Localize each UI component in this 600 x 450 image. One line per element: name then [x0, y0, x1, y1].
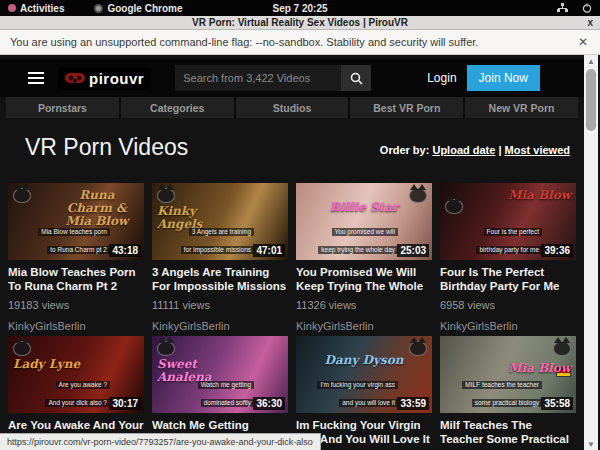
warning-infobar: You are using an unsupported command-lin… [0, 30, 600, 55]
system-clock[interactable]: Sep 7 20:25 [0, 3, 600, 14]
site-header: pirouvr Login Join Now [0, 59, 584, 97]
page-viewport: pirouvr Login Join Now Pornstars Categor… [0, 55, 600, 450]
video-card[interactable]: Mia Blow MILF teaches the teachersome pr… [440, 336, 576, 450]
thumbnail-overlay-name: Dany Dyson [296, 354, 432, 367]
video-card[interactable]: Kinky Angels 3 Angels are trainingfor im… [152, 183, 288, 332]
screen: Activities Google Chrome Sep 7 20:25 VR … [0, 0, 600, 450]
order-by-label: Order by: [380, 144, 430, 156]
scrollbar[interactable]: ▲ ▼ [584, 55, 598, 450]
scrollbar-thumb[interactable] [586, 69, 596, 131]
studio-cat-logo-icon [157, 341, 175, 356]
nav-new-vr-porn[interactable]: New VR Porn [465, 97, 578, 118]
power-icon[interactable] [582, 3, 592, 13]
video-thumbnail[interactable]: Lady Lyne Are you awake ?And your dick a… [8, 336, 144, 413]
duration-badge: 47:01 [253, 244, 285, 257]
network-icon[interactable] [557, 3, 568, 13]
thumbnail-caption: Four is the perfectbirthday party for me [444, 220, 542, 256]
nav-pornstars[interactable]: Pornstars [6, 97, 119, 118]
nav-categories[interactable]: Categories [121, 97, 234, 118]
window-close-icon[interactable]: x [587, 17, 593, 28]
duration-badge: 39:36 [541, 244, 573, 257]
search-icon [350, 72, 363, 85]
status-url: https://pirouvr.com/vr-porn-video/779325… [7, 437, 313, 447]
video-title[interactable]: 3 Angels Are Training For Impossible Mis… [152, 265, 288, 293]
thumbnail-caption: Watch me gettingdominated softly [156, 373, 254, 409]
studio-link[interactable]: KinkyGirlsBerlin [152, 320, 288, 332]
studio-cat-logo-icon [157, 188, 175, 203]
order-most-viewed-link[interactable]: Most viewed [505, 144, 570, 156]
warning-message: You are using an unsupported command-lin… [10, 36, 478, 48]
studio-link[interactable]: KinkyGirlsBerlin [8, 320, 144, 332]
video-card[interactable]: Mia Blow Four is the perfectbirthday par… [440, 183, 576, 332]
video-title[interactable]: Milf Teaches The Teacher Some Practical … [440, 418, 576, 446]
duration-badge: 36:30 [253, 397, 285, 410]
search-input[interactable] [175, 65, 341, 91]
studio-cat-logo-icon [445, 199, 463, 214]
video-title[interactable]: You Promised We Will Keep Trying The Who… [296, 265, 432, 293]
thumbnail-caption: Are you awake ?And your dick also ? [12, 373, 110, 409]
video-thumbnail[interactable]: Kinky Angels 3 Angels are trainingfor im… [152, 183, 288, 260]
video-thumbnail[interactable]: Billie Star You promised we willkeep try… [296, 183, 432, 260]
video-thumbnail[interactable]: Mia Blow MILF teaches the teachersome pr… [440, 336, 576, 413]
nav-best-vr-porn[interactable]: Best VR Porn [350, 97, 463, 118]
site-logo[interactable]: pirouvr [58, 67, 151, 90]
studio-cat-logo-icon [13, 341, 31, 356]
scroll-down-icon[interactable]: ▼ [584, 438, 598, 450]
view-count: 11111 views [152, 299, 288, 311]
order-by-controls: Order by: Upload date | Most viewed [380, 144, 570, 156]
heading-row: VR Porn Videos Order by: Upload date | M… [0, 118, 584, 180]
nav-studios[interactable]: Studios [236, 97, 349, 118]
duration-badge: 43:18 [109, 244, 141, 257]
duration-badge: 35:58 [541, 397, 573, 410]
login-link[interactable]: Login [427, 71, 456, 85]
view-count: 6958 views [440, 299, 576, 311]
video-card[interactable]: Billie Star You promised we willkeep try… [296, 183, 432, 332]
order-upload-date-link[interactable]: Upload date [432, 144, 495, 156]
thumbnail-overlay-name: Mia Blow [508, 189, 571, 202]
video-thumbnail[interactable]: Runa Charm & Mia Blow Mia Blow teaches p… [8, 183, 144, 260]
thumbnail-caption: Mia Blow teaches pornto Runa Charm pt 2 [12, 220, 110, 256]
logo-text: pirouvr [89, 70, 144, 87]
thumbnail-caption: 3 Angels are trainingfor impossible miss… [156, 220, 254, 256]
warning-close-icon[interactable]: ✕ [578, 35, 588, 49]
hamburger-menu-icon[interactable] [28, 72, 44, 84]
order-separator: | [498, 144, 501, 156]
link-status-bar: https://pirouvr.com/vr-porn-video/779325… [0, 433, 321, 450]
video-thumbnail[interactable]: Dany Dyson I'm fucking your virgin assan… [296, 336, 432, 413]
browser-title-bar: VR Porn: Virtual Reality Sex Videos | Pi… [0, 16, 600, 30]
studio-cat-logo-icon [13, 188, 31, 203]
studio-link[interactable]: KinkyGirlsBerlin [296, 320, 432, 332]
studio-cat-logo-icon [553, 341, 571, 356]
view-count: 19183 views [8, 299, 144, 311]
video-title[interactable]: Mia Blow Teaches Porn To Runa Charm Pt 2 [8, 265, 144, 293]
duration-badge: 25:03 [397, 244, 429, 257]
duration-badge: 30:17 [109, 397, 141, 410]
search-bar [175, 65, 371, 91]
thumbnail-overlay-name: Billie Star [296, 201, 432, 214]
page-heading: VR Porn Videos [25, 134, 188, 161]
search-button[interactable] [341, 65, 371, 91]
main-nav: Pornstars Categories Studios Best VR Por… [6, 97, 578, 118]
thumbnail-caption: MILF teaches the teachersome practical b… [444, 373, 542, 409]
thumbnail-overlay-name: Lady Lyne [13, 358, 80, 371]
studio-link[interactable]: KinkyGirlsBerlin [440, 320, 576, 332]
join-now-button[interactable]: Join Now [467, 65, 540, 91]
system-top-bar: Activities Google Chrome Sep 7 20:25 [0, 0, 600, 16]
scroll-up-icon[interactable]: ▲ [584, 55, 598, 67]
view-count: 11326 views [296, 299, 432, 311]
thumbnail-caption: I'm fucking your virgin assand you will … [300, 373, 398, 409]
page-title-text: VR Porn: Virtual Reality Sex Videos | Pi… [192, 17, 408, 28]
video-thumbnail[interactable]: Sweet Analena Watch me gettingdominated … [152, 336, 288, 413]
video-thumbnail[interactable]: Mia Blow Four is the perfectbirthday par… [440, 183, 576, 260]
video-grid: Runa Charm & Mia Blow Mia Blow teaches p… [8, 183, 576, 450]
video-card[interactable]: Runa Charm & Mia Blow Mia Blow teaches p… [8, 183, 144, 332]
vr-goggles-icon [65, 72, 85, 84]
video-title[interactable]: Four Is The Perfect Birthday Party For M… [440, 265, 576, 293]
thumbnail-caption: You promised we willkeep trying the whol… [300, 220, 398, 256]
duration-badge: 33:59 [397, 397, 429, 410]
